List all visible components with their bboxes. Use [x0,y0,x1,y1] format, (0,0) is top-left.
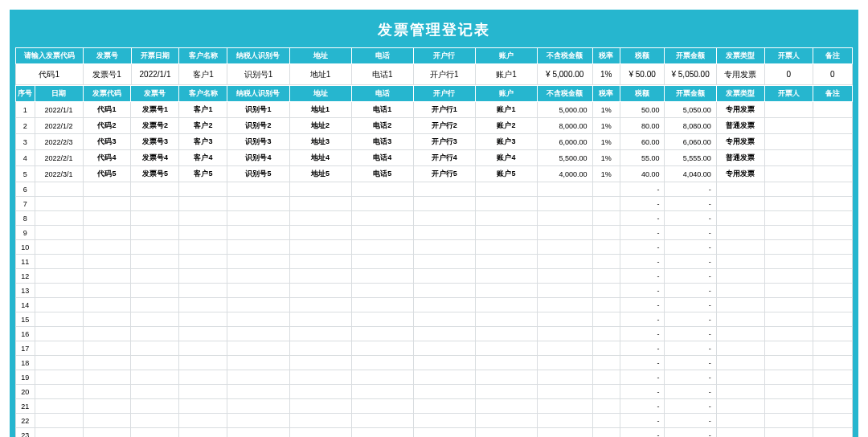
cell-empty [179,269,227,284]
table-row-empty: 18-- [16,356,853,370]
cell-bank: 开户行1 [413,102,475,118]
cell-note [813,102,852,118]
cell-taxid: 识别号2 [227,118,289,134]
cell-empty [475,370,537,385]
table-row-empty: 16-- [16,327,853,341]
cell-note [813,150,852,166]
query-value-cell: 1% [592,64,620,85]
cell-empty [813,240,852,255]
cell-empty [764,312,813,327]
query-value-cell: 电话1 [351,64,413,85]
cell-empty [131,226,179,240]
cell-tax: 60.00 [620,134,665,150]
cell-acct: 账户4 [475,150,537,166]
list-header-cell: 地址 [289,86,351,102]
cell-empty: - [665,226,716,240]
cell-empty [716,182,764,197]
cell-empty [813,226,852,240]
cell-empty [131,414,179,428]
table-row: 52022/3/1代码5发票号5客户5识别号5地址5电话5开户行5账户54,00… [16,166,853,182]
cell-empty [179,370,227,385]
cell-empty [764,269,813,284]
cell-empty: - [620,341,665,356]
cell-empty [475,255,537,269]
table-row-empty: 20-- [16,385,853,399]
cell-empty [813,211,852,226]
cell-empty [716,414,764,428]
invoice-register-sheet: 发票管理登记表 请输入发票代码发票号开票日期客户名称纳税人识别号地址电话开户行账… [10,10,858,437]
cell-rate: 1% [592,150,620,166]
cell-empty [179,385,227,399]
cell-empty [179,284,227,298]
cell-empty: - [665,255,716,269]
list-header-cell: 开票人 [764,86,813,102]
cell-addr: 地址5 [289,166,351,182]
cell-empty [351,226,413,240]
cell-empty [351,197,413,211]
table-row: 22022/1/2代码2发票号2客户2识别号2地址2电话2开户行2账户28,00… [16,118,853,134]
cell-empty: - [620,370,665,385]
cell-empty [537,298,592,312]
cell-empty [179,399,227,414]
cell-empty [289,312,351,327]
cell-empty [475,356,537,370]
cell-code: 代码5 [83,166,131,182]
query-value-cell: 2022/1/1 [131,64,179,85]
cell-empty [289,255,351,269]
cell-empty [227,298,289,312]
cell-empty [35,269,83,284]
cell-empty [227,255,289,269]
cell-taxid: 识别号1 [227,102,289,118]
cell-empty [179,255,227,269]
cell-empty [179,182,227,197]
cell-empty: - [665,269,716,284]
cell-empty [537,197,592,211]
cell-empty [813,269,852,284]
cell-empty [83,356,131,370]
cell-empty [131,341,179,356]
cell-empty: 17 [16,341,35,356]
cell-empty [764,327,813,341]
cell-empty [289,356,351,370]
cell-code: 代码1 [83,102,131,118]
cell-empty [475,414,537,428]
cell-empty [716,327,764,341]
cell-empty [227,211,289,226]
cell-empty [537,370,592,385]
cell-empty [35,327,83,341]
query-header-cell: 纳税人识别号 [227,48,289,64]
cell-empty [131,312,179,327]
cell-empty [131,399,179,414]
cell-note [813,166,852,182]
cell-empty [179,428,227,438]
cell-bank: 开户行3 [413,134,475,150]
cell-empty [83,428,131,438]
cell-empty [131,240,179,255]
cell-empty [764,356,813,370]
cell-empty [537,341,592,356]
cell-amt: 4,000.00 [537,166,592,182]
cell-empty [716,284,764,298]
cell-empty [351,385,413,399]
cell-empty [35,385,83,399]
cell-empty [35,255,83,269]
cell-empty [413,312,475,327]
cell-empty [227,414,289,428]
cell-empty: - [620,211,665,226]
cell-empty [537,428,592,438]
cell-empty: 9 [16,226,35,240]
cell-date: 2022/2/3 [35,134,83,150]
cell-empty [83,255,131,269]
cell-total: 5,050.00 [665,102,716,118]
cell-empty: 6 [16,182,35,197]
cell-empty [716,428,764,438]
cell-empty: 23 [16,428,35,438]
cell-date: 2022/1/2 [35,118,83,134]
cell-empty [537,327,592,341]
cell-empty [813,385,852,399]
cell-empty: - [665,385,716,399]
cell-empty: - [665,327,716,341]
cell-cust: 客户2 [179,118,227,134]
cell-empty [813,255,852,269]
cell-num: 发票号5 [131,166,179,182]
